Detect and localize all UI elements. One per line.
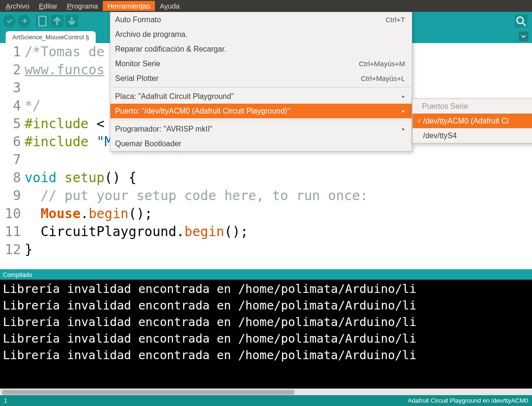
code-line[interactable] — [25, 151, 532, 169]
code-line[interactable]: void setup() { — [25, 169, 532, 187]
menu-item[interactable]: Puerto: "/dev/ttyACM0 (Adafruit Circuit … — [110, 104, 412, 118]
submenu-item-label: /dev/ttyACM0 (Adafruit Ci — [423, 117, 509, 125]
line-number: 11 — [0, 223, 21, 241]
herramientas-dropdown: Auto FormatoCtrl+TArchivo de programa.Re… — [110, 12, 412, 151]
menu-editar[interactable]: Editar — [34, 1, 62, 11]
submenu-item[interactable]: ✓/dev/ttyACM0 (Adafruit Ci — [413, 114, 532, 128]
line-number: 5 — [0, 115, 21, 133]
menu-shortcut: Ctrl+T — [386, 16, 405, 24]
menu-archivo[interactable]: Archivo — [1, 1, 34, 11]
menu-item-label: Quemar Bootloader — [115, 140, 405, 148]
menubar: Archivo Editar Programa Herramientas Ayu… — [0, 0, 532, 12]
menu-herramientas[interactable]: Herramientas — [103, 1, 155, 11]
line-number: 4 — [0, 97, 21, 115]
arrow-right-icon — [20, 17, 28, 25]
menu-separator — [110, 87, 412, 88]
line-number: 2 — [0, 61, 21, 79]
code-line[interactable]: CircuitPlayground.begin(); — [25, 223, 532, 241]
check-icon — [6, 17, 13, 25]
submenu-arrow-icon: ▸ — [402, 93, 405, 99]
console-line: Librería invalidad encontrada en /home/p… — [3, 347, 529, 363]
arrow-up-icon — [51, 15, 63, 27]
console-line: Librería invalidad encontrada en /home/p… — [3, 297, 529, 314]
status-board-port: Adafruit Circuit Playground en /dev/ttyA… — [408, 397, 528, 404]
compile-status-text: Compilado — [3, 271, 32, 278]
console-line: Librería invalidad encontrada en /home/p… — [3, 314, 529, 330]
menu-item[interactable]: Archivo de programa. — [110, 27, 412, 42]
code-line[interactable]: // put your setup code here, to run once… — [25, 187, 532, 205]
magnify-icon — [514, 15, 527, 27]
line-number: 3 — [0, 79, 21, 97]
menu-programa[interactable]: Programa — [62, 1, 103, 11]
line-number: 10 — [0, 205, 21, 223]
horizontal-scrollbar[interactable] — [0, 388, 532, 395]
code-line[interactable]: Mouse.begin(); — [25, 205, 532, 223]
chevron-down-icon — [521, 34, 526, 39]
code-line[interactable]: } — [25, 241, 532, 259]
menu-separator — [110, 120, 412, 120]
open-button[interactable] — [51, 15, 63, 27]
menu-item[interactable]: Serial PlotterCtrl+Mayús+L — [110, 71, 412, 86]
line-number: 12 — [0, 241, 21, 259]
line-number: 6 — [0, 133, 21, 151]
console-output[interactable]: Librería invalidad encontrada en /home/p… — [0, 280, 532, 388]
menu-shortcut: Ctrl+Mayús+M — [359, 60, 405, 68]
menu-item-label: Programador: "AVRISP mkII" — [115, 125, 398, 133]
submenu-header: Puertos Serie — [413, 99, 532, 114]
tab-sketch[interactable]: ArtScience_MouseControl § — [6, 31, 96, 43]
menu-item[interactable]: Monitor SerieCtrl+Mayús+M — [110, 56, 412, 71]
arrow-down-icon — [65, 15, 78, 27]
submenu-arrow-icon: ▸ — [402, 126, 405, 132]
line-number: 9 — [0, 187, 21, 205]
menu-item[interactable]: Reparar codificación & Recargar. — [110, 42, 412, 56]
menu-item-label: Archivo de programa. — [115, 30, 405, 39]
tab-menu-button[interactable] — [519, 32, 528, 41]
menu-item-label: Placa: "Adafruit Circuit Playground" — [115, 92, 398, 101]
menu-shortcut: Ctrl+Mayús+L — [361, 74, 405, 82]
svg-rect-0 — [39, 16, 46, 26]
status-line-number: 1 — [4, 397, 7, 404]
menu-item-label: Reparar codificación & Recargar. — [115, 45, 405, 53]
svg-point-1 — [517, 17, 523, 24]
console-line: Librería invalidad encontrada en /home/p… — [3, 281, 529, 297]
new-button[interactable] — [36, 15, 49, 27]
submenu-arrow-icon: ▸ — [402, 108, 405, 114]
menu-item-label: Puerto: "/dev/ttyACM0 (Adafruit Circuit … — [115, 107, 398, 115]
menu-item[interactable]: Auto FormatoCtrl+T — [110, 12, 412, 27]
submenu-item[interactable]: /dev/ttyS4 — [413, 128, 532, 143]
file-icon — [36, 15, 49, 27]
line-number: 8 — [0, 169, 21, 187]
check-icon: ✓ — [415, 117, 423, 124]
submenu-item-label: /dev/ttyS4 — [423, 132, 457, 140]
line-number: 1 — [0, 43, 21, 61]
save-button[interactable] — [65, 15, 78, 27]
menu-item[interactable]: Quemar Bootloader — [110, 136, 412, 151]
menu-ayuda[interactable]: Ayuda — [155, 1, 184, 11]
verify-button[interactable] — [3, 15, 16, 27]
menu-item-label: Serial Plotter — [115, 74, 361, 83]
console-line: Librería invalidad encontrada en /home/p… — [3, 330, 529, 347]
menu-item[interactable]: Placa: "Adafruit Circuit Playground"▸ — [110, 89, 412, 104]
serial-monitor-button[interactable] — [514, 15, 527, 27]
compile-status-bar: Compilado — [0, 269, 532, 280]
scrollbar-thumb[interactable] — [2, 390, 295, 395]
gutter: 123456789101112 — [0, 43, 24, 269]
menu-item-label: Monitor Serie — [115, 60, 359, 68]
puerto-submenu: Puertos Serie✓/dev/ttyACM0 (Adafruit Ci/… — [412, 98, 532, 143]
statusbar: 1 Adafruit Circuit Playground en /dev/tt… — [0, 395, 532, 406]
upload-button[interactable] — [18, 15, 30, 27]
line-number: 7 — [0, 151, 21, 169]
menu-item[interactable]: Programador: "AVRISP mkII"▸ — [110, 122, 412, 136]
menu-item-label: Auto Formato — [115, 16, 386, 24]
